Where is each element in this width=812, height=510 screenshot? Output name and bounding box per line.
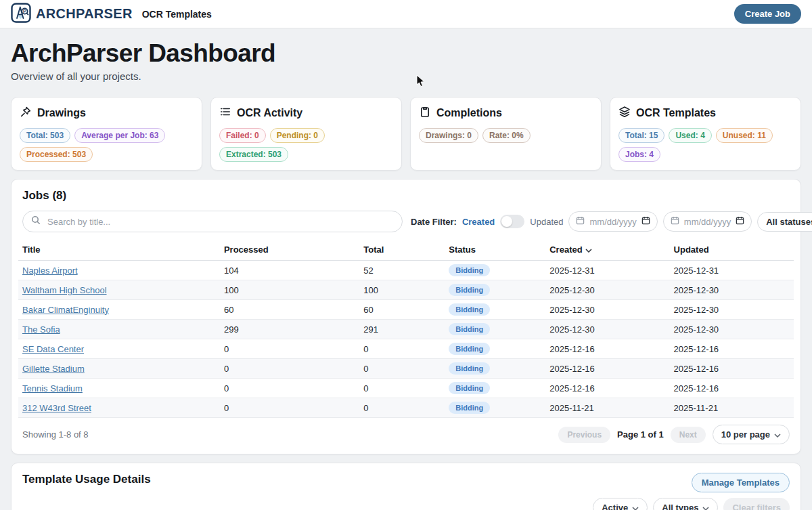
table-row: The Sofia299291Bidding2025-12-302025-12-… <box>18 320 794 339</box>
topbar-section-label: OCR Templates <box>142 9 212 20</box>
stat-card-ocr-templates: OCR Templates Total: 15Used: 4Unused: 11… <box>610 97 801 171</box>
chevron-down-icon <box>632 503 639 510</box>
date-filter-created-label: Created <box>462 217 495 227</box>
processed-value: 0 <box>220 379 359 398</box>
per-page-dropdown[interactable]: 10 per page <box>713 425 790 444</box>
calendar-picker-icon[interactable] <box>641 216 650 227</box>
updated-value: 2025-12-16 <box>670 359 794 379</box>
statuses-dropdown-label: All statuses <box>766 217 812 227</box>
total-value: 291 <box>359 320 445 339</box>
column-header-title: Title <box>18 239 220 261</box>
status-badge: Bidding <box>449 382 490 394</box>
archparser-logo-icon: P <box>11 3 31 26</box>
page-info: Page 1 of 1 <box>617 429 664 440</box>
table-row: Bakar ClimatEnginuity6060Bidding2025-12-… <box>18 300 794 320</box>
jobs-table-footer: Showing 1-8 of 8 Previous Page 1 of 1 Ne… <box>22 425 790 444</box>
list-icon <box>219 106 231 121</box>
date-placeholder: mm/dd/yyyy <box>684 217 731 227</box>
stat-badges: Drawings: 0Rate: 0% <box>419 128 593 143</box>
date-to-input[interactable]: mm/dd/yyyy <box>663 211 752 232</box>
statuses-dropdown[interactable]: All statuses <box>757 212 812 232</box>
search-icon <box>31 215 41 228</box>
created-value: 2025-12-30 <box>545 300 669 320</box>
layers-icon <box>618 106 631 121</box>
total-value: 100 <box>359 280 445 300</box>
stat-badge: Rate: 0% <box>482 128 531 143</box>
status-badge: Bidding <box>449 303 490 316</box>
stat-badge: Extracted: 503 <box>219 147 288 162</box>
jobs-title: Jobs (8) <box>22 189 790 203</box>
job-title-link[interactable]: Waltham High School <box>22 285 107 295</box>
date-from-input[interactable]: mm/dd/yyyy <box>568 211 657 232</box>
status-badge: Bidding <box>449 264 490 276</box>
column-header-status: Status <box>445 239 545 261</box>
job-title-link[interactable]: Tennis Stadium <box>22 383 83 394</box>
calendar-icon <box>576 216 585 227</box>
table-row: Naples Airport10452Bidding2025-12-312025… <box>18 261 794 280</box>
jobs-panel: Jobs (8) Date Filter: Created Updated mm… <box>11 179 801 454</box>
job-title-link[interactable]: Naples Airport <box>22 265 78 276</box>
stat-cards-row: Drawings Total: 503Average per Job: 63Pr… <box>11 97 801 171</box>
updated-value: 2025-12-30 <box>670 300 794 320</box>
stat-card-completions: Completions Drawings: 0Rate: 0% <box>410 97 602 171</box>
column-header-created[interactable]: Created <box>545 239 669 261</box>
updated-value: 2025-12-16 <box>670 379 794 398</box>
next-page-button[interactable]: Next <box>671 427 706 443</box>
created-value: 2025-12-30 <box>545 280 669 300</box>
calendar-picker-icon[interactable] <box>736 216 744 227</box>
sort-desc-icon <box>585 245 592 255</box>
jobs-filter-row: Date Filter: Created Updated mm/dd/yyyy … <box>22 211 790 232</box>
table-row: Tennis Stadium00Bidding2025-12-162025-12… <box>18 379 794 398</box>
job-title-link[interactable]: The Sofia <box>22 324 60 335</box>
job-title-link[interactable]: SE Data Center <box>22 344 84 354</box>
created-value: 2025-12-16 <box>545 339 669 359</box>
search-box[interactable] <box>22 211 403 232</box>
created-value: 2025-12-16 <box>545 359 669 379</box>
svg-text:P: P <box>23 8 26 14</box>
created-value: 2025-12-31 <box>545 261 669 280</box>
updated-value: 2025-12-16 <box>670 339 794 359</box>
status-badge: Bidding <box>449 323 490 335</box>
templates-title: Template Usage Details <box>22 473 151 486</box>
stat-badge: Average per Job: 63 <box>74 128 165 143</box>
created-value: 2025-12-16 <box>545 379 669 398</box>
status-badge: Bidding <box>449 343 490 355</box>
date-filter-toggle[interactable] <box>500 215 524 228</box>
brand-name: ARCHPARSER <box>36 6 133 22</box>
chevron-down-icon <box>702 503 709 510</box>
processed-value: 60 <box>220 300 359 320</box>
created-value: 2025-11-21 <box>545 398 669 418</box>
status-badge: Bidding <box>449 362 490 375</box>
processed-value: 299 <box>220 320 359 339</box>
stat-badge: Failed: 0 <box>219 128 266 143</box>
templates-filter-row: Active All types Clear filters <box>22 498 790 510</box>
manage-templates-button[interactable]: Manage Templates <box>692 473 790 492</box>
stat-badge: Jobs: 4 <box>618 147 660 162</box>
brand-logo[interactable]: P ARCHPARSER <box>11 3 133 26</box>
job-title-link[interactable]: 312 W43rd Street <box>22 403 91 413</box>
search-input[interactable] <box>46 216 394 228</box>
types-filter-dropdown[interactable]: All types <box>653 498 718 510</box>
chevron-down-icon <box>774 429 781 440</box>
stat-card-title: Completions <box>436 107 502 119</box>
date-filter-label: Date Filter: <box>411 217 457 227</box>
processed-value: 0 <box>220 359 359 379</box>
clear-filters-button[interactable]: Clear filters <box>723 498 790 510</box>
column-header-total: Total <box>359 239 445 261</box>
showing-count: Showing 1-8 of 8 <box>22 429 89 440</box>
active-filter-dropdown[interactable]: Active <box>593 498 648 510</box>
total-value: 0 <box>359 339 445 359</box>
table-row: Waltham High School100100Bidding2025-12-… <box>18 280 794 300</box>
job-title-link[interactable]: Gillette Stadium <box>22 364 85 374</box>
total-value: 0 <box>359 359 445 379</box>
stat-card-title: OCR Templates <box>636 107 716 119</box>
clipboard-icon <box>419 106 431 121</box>
templates-panel: Template Usage Details Manage Templates … <box>11 463 801 510</box>
total-value: 52 <box>359 261 445 280</box>
types-filter-label: All types <box>662 503 698 510</box>
create-job-button[interactable]: Create Job <box>734 4 801 24</box>
stat-card-ocr-activity: OCR Activity Failed: 0Pending: 0Extracte… <box>210 97 402 171</box>
processed-value: 0 <box>220 339 359 359</box>
job-title-link[interactable]: Bakar ClimatEnginuity <box>22 305 109 315</box>
previous-page-button[interactable]: Previous <box>558 427 610 443</box>
